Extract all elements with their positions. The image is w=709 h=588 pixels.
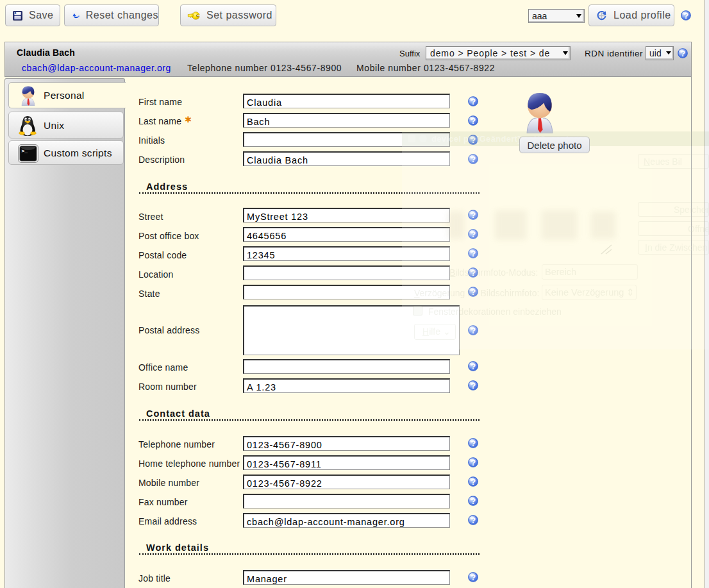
svg-text:?: ? [471,116,476,126]
svg-text:?: ? [471,439,476,448]
svg-text:?: ? [471,381,476,391]
svg-text:?: ? [471,516,476,525]
svg-text:?: ? [471,97,476,106]
svg-text:>_: >_ [22,148,28,154]
svg-text:?: ? [471,496,476,506]
svg-text:?: ? [471,362,476,371]
svg-text:?: ? [683,11,688,21]
svg-text:?: ? [471,458,476,467]
svg-text:?: ? [471,573,476,582]
svg-text:?: ? [471,477,476,487]
svg-text:?: ? [680,49,685,58]
